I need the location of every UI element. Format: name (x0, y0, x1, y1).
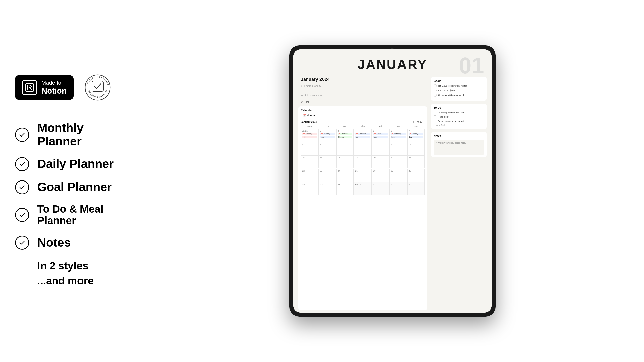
cal-cell[interactable]: 4📅 ThursdayLow (354, 129, 371, 142)
feature-label-monthly: Monthly Planner (37, 121, 126, 148)
cal-event: 📅 Tuesday (320, 133, 335, 135)
cal-cell[interactable]: 27 (389, 169, 407, 182)
cal-cell[interactable]: 11 (354, 142, 371, 155)
cal-cell[interactable]: 8 (301, 142, 318, 155)
notes-area[interactable]: ✏ Write your daily notes here... (434, 140, 484, 155)
cal-week-5: 293031Feb 1234 (301, 182, 425, 195)
calendar-icon: 📅 (303, 114, 306, 117)
cal-cell[interactable]: 20 (389, 155, 407, 168)
page-number-watermark: 01 (459, 54, 484, 77)
cal-cell[interactable]: 14 (407, 142, 425, 155)
cal-event: 📅 Thursday (355, 133, 370, 135)
cal-cell[interactable]: 15 (301, 155, 318, 168)
cal-cell-date: 22 (302, 170, 317, 172)
day-name-mon: Mon (301, 125, 318, 128)
cal-event-badge: Low (355, 136, 370, 138)
tab-months[interactable]: 📅 Months (301, 113, 317, 118)
badges-row: Made for Notion NOTION CERTIFIED NOTION … (15, 74, 126, 101)
cal-cell[interactable]: Jan 1📅 MondayHigh (301, 129, 318, 142)
cal-prev-arrow[interactable]: ‹ (413, 120, 414, 124)
cal-cell[interactable]: 31 (336, 182, 354, 195)
new-task-button[interactable]: + New Task (434, 124, 484, 126)
cal-cell-date: 31 (338, 183, 352, 186)
notion-page: JANUARY 01 January 2024 ∨ 1 more propert… (293, 49, 492, 313)
cal-cell[interactable]: 22 (301, 169, 318, 182)
cal-cell[interactable]: 7📅 SundayLow (407, 129, 425, 142)
cal-cell[interactable]: 25 (354, 169, 371, 182)
todo-item-2: Finish my personal website (434, 120, 484, 122)
cal-next-arrow[interactable]: › (424, 120, 425, 124)
cal-cell[interactable]: 29 (301, 182, 318, 195)
cal-cell[interactable]: 3📅 Wednesd...Normal (336, 129, 354, 142)
cal-cell[interactable]: 23 (318, 169, 336, 182)
check-icon-goal (15, 180, 29, 194)
comment-row[interactable]: 🗨 Add a comment... (298, 93, 427, 98)
day-name-tue: Tue (318, 125, 336, 128)
cal-event: 📅 Friday (373, 133, 388, 135)
cal-cell[interactable]: 2📅 TuesdayLow (318, 129, 336, 142)
cal-days-header: Mon Tue Wed Thu Fri Sat Sun (301, 125, 425, 128)
cal-event-badge: Low (373, 136, 388, 138)
day-name-sat: Sat (389, 125, 407, 128)
cal-month-label: January 2024 (301, 121, 317, 123)
todo-text: Finish my personal website (438, 120, 465, 122)
cal-cell-date: 27 (391, 170, 406, 172)
cal-cell[interactable]: 4 (407, 182, 425, 195)
feature-daily-planner: Daily Planner (15, 157, 126, 171)
cal-cell[interactable]: 21 (407, 155, 425, 168)
cal-cell-date: 11 (355, 143, 370, 146)
cal-cell[interactable]: 17 (336, 155, 354, 168)
page-meta[interactable]: ∨ 1 more property (298, 85, 427, 87)
goals-section: Goals Hit 1,000 Follower on Twitter Save… (431, 77, 487, 101)
cal-cell[interactable]: 28 (407, 169, 425, 182)
cal-cell-date: 19 (373, 156, 388, 159)
check-icon-daily (15, 157, 29, 171)
page-title: JANUARY (303, 57, 481, 72)
feature-label-daily: Daily Planner (37, 157, 114, 171)
calendar-section: Calendar 📅 Months (298, 106, 427, 310)
right-panel: JANUARY 01 January 2024 ∨ 1 more propert… (141, 0, 644, 362)
cal-cell-date: 16 (320, 156, 335, 159)
cal-cell[interactable]: 3 (389, 182, 407, 195)
cal-cell[interactable]: 16 (318, 155, 336, 168)
cal-cell-date: 8 (302, 143, 317, 146)
cal-cell[interactable]: 12 (372, 142, 389, 155)
tablet-device: JANUARY 01 January 2024 ∨ 1 more propert… (289, 45, 496, 317)
comment-placeholder: Add a comment... (305, 94, 325, 97)
goal-text: Save extra $300 (438, 89, 455, 92)
cal-cell-date: 15 (302, 156, 317, 159)
cal-cell[interactable]: 5📅 FridayLow (372, 129, 389, 142)
cal-cell[interactable]: 2 (372, 182, 389, 195)
goal-circle[interactable] (434, 89, 437, 92)
todo-checkbox[interactable] (434, 115, 436, 118)
cal-cell[interactable]: 19 (372, 155, 389, 168)
todo-checkbox[interactable] (434, 120, 436, 122)
cal-cell[interactable]: 10 (336, 142, 354, 155)
cal-cell[interactable]: 6📅 SaturdayLow (389, 129, 407, 142)
goal-circle[interactable] (434, 94, 437, 97)
cal-cell[interactable]: 30 (318, 182, 336, 195)
back-button[interactable]: ↩ Back (298, 100, 427, 104)
todo-checkbox[interactable] (434, 111, 436, 114)
cal-cell[interactable]: 13 (389, 142, 407, 155)
cal-cell[interactable]: 24 (336, 169, 354, 182)
cal-cell-date: 6 (391, 130, 406, 132)
left-content: January 2024 ∨ 1 more property 🗨 Add a c… (298, 77, 427, 310)
cal-cell-date: 29 (302, 183, 317, 186)
cal-cell[interactable]: Feb 1 (354, 182, 371, 195)
cal-cell[interactable]: 18 (354, 155, 371, 168)
today-button[interactable]: Today (415, 121, 422, 123)
todo-title: To Do (434, 106, 484, 109)
cal-cell-date: 9 (320, 143, 335, 146)
cal-week-1: Jan 1📅 MondayHigh2📅 TuesdayLow3📅 Wednesd… (301, 129, 425, 142)
goal-circle[interactable] (434, 84, 437, 87)
cal-cell-date: 17 (338, 156, 352, 159)
back-arrow-icon: ↩ (301, 101, 303, 103)
cal-cell-date: 10 (338, 143, 352, 146)
cal-cell[interactable]: 26 (372, 169, 389, 182)
cal-event-badge: Low (320, 136, 335, 138)
page-content: January 2024 ∨ 1 more property 🗨 Add a c… (293, 74, 492, 313)
comment-icon: 🗨 (301, 94, 303, 97)
cal-cell[interactable]: 9 (318, 142, 336, 155)
cal-cell-date: 25 (355, 170, 370, 172)
